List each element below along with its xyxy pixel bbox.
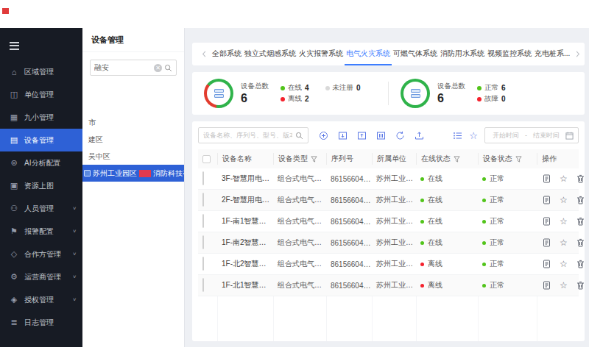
- system-tab[interactable]: 火灾报警系统: [297, 43, 345, 65]
- device-name-cell: 1F-南1智慧用电设备: [217, 216, 273, 226]
- favorite-icon[interactable]: ☆: [560, 238, 568, 248]
- add-device-icon[interactable]: [319, 131, 328, 140]
- tabs-scroll-right-icon[interactable]: [571, 50, 584, 58]
- chevron-down-icon: ∨: [72, 297, 77, 302]
- legend-label: 在线: [288, 83, 302, 93]
- tabs-scroll-left-icon[interactable]: [198, 50, 211, 58]
- system-tab[interactable]: 电气火灾系统: [345, 43, 392, 65]
- list-view-icon[interactable]: [453, 131, 462, 140]
- calendar-icon[interactable]: [565, 132, 574, 140]
- delete-icon[interactable]: [576, 260, 585, 268]
- detail-icon[interactable]: [543, 174, 551, 183]
- export-icon[interactable]: [357, 131, 367, 140]
- column-guide: [217, 296, 273, 341]
- company-icon: [84, 170, 91, 176]
- tree-search-input[interactable]: [94, 64, 152, 72]
- sidebar-item[interactable]: ◫单位管理: [0, 83, 82, 106]
- favorite-icon[interactable]: ☆: [469, 131, 478, 140]
- sidebar: ⌂区域管理◫单位管理▦九小管理▤设备管理⊚AI分析配置▣资源上图⚇人员管理∨⚑报…: [0, 28, 82, 347]
- sidebar-item[interactable]: ⌂区域管理: [0, 60, 82, 83]
- status-label: 正常: [490, 280, 504, 290]
- batch-delete-icon[interactable]: [376, 131, 386, 140]
- sidebar-item[interactable]: ▣资源上图: [0, 174, 82, 197]
- detail-icon[interactable]: [543, 260, 551, 268]
- system-tab[interactable]: 充电桩系...: [533, 43, 571, 65]
- legend-value: 2: [305, 95, 309, 103]
- tree-node[interactable]: 吴中区: [82, 148, 184, 165]
- delete-icon[interactable]: [576, 281, 585, 290]
- delete-icon[interactable]: [576, 174, 585, 183]
- detail-icon[interactable]: [543, 196, 551, 204]
- clear-icon[interactable]: ✕: [154, 64, 162, 72]
- delete-icon[interactable]: [576, 196, 585, 204]
- system-tab[interactable]: 视频监控系统: [486, 43, 533, 65]
- status-label: 正常: [490, 174, 504, 184]
- table-row: 1F-北2智慧用电设备组合式电气火灾探...861566045808...苏州工…: [198, 254, 579, 275]
- search-icon[interactable]: [295, 132, 303, 140]
- filter-funnel-icon[interactable]: [515, 156, 522, 163]
- app-window: ⌂区域管理◫单位管理▦九小管理▤设备管理⊚AI分析配置▣资源上图⚇人员管理∨⚑报…: [0, 28, 589, 347]
- person-icon: ⚇: [10, 204, 18, 213]
- detail-icon[interactable]: [543, 238, 551, 247]
- status-label: 在线: [428, 195, 442, 205]
- row-checkbox[interactable]: [202, 278, 204, 292]
- sidebar-item[interactable]: ⊚AI分析配置: [0, 151, 82, 174]
- license-icon: ◈: [10, 295, 18, 304]
- favorite-icon[interactable]: ☆: [560, 217, 568, 226]
- system-tab[interactable]: 全部系统: [211, 43, 243, 65]
- delete-icon[interactable]: [576, 217, 585, 226]
- column-label: 操作: [542, 154, 557, 164]
- tree-node-label: 苏州工业园区: [93, 165, 137, 182]
- filter-funnel-icon[interactable]: [311, 156, 317, 163]
- partner-icon: ◇: [10, 249, 18, 259]
- delete-icon[interactable]: [576, 238, 585, 247]
- favorite-icon[interactable]: ☆: [560, 260, 568, 269]
- system-tab[interactable]: 可燃气体系统: [392, 43, 439, 65]
- row-checkbox[interactable]: [202, 257, 204, 271]
- detail-icon[interactable]: [543, 281, 551, 290]
- sync-icon[interactable]: [395, 131, 405, 140]
- row-checkbox[interactable]: [202, 171, 204, 185]
- status-dot: [482, 220, 486, 224]
- system-tab[interactable]: 独立式烟感系统: [243, 43, 297, 65]
- redaction-mark: [2, 8, 9, 14]
- search-icon[interactable]: [164, 64, 172, 72]
- column-guide: [416, 296, 478, 341]
- tree-node[interactable]: 建区: [82, 131, 184, 148]
- stats-value: 6: [437, 91, 465, 105]
- device-status-cell: 正常: [478, 174, 537, 184]
- online-cell: 在线: [416, 216, 478, 226]
- device-search-input[interactable]: [203, 132, 292, 139]
- hamburger-icon[interactable]: [10, 40, 82, 51]
- sidebar-item[interactable]: ◈授权管理∨: [0, 288, 82, 311]
- sidebar-nav: ⌂区域管理◫单位管理▦九小管理▤设备管理⊚AI分析配置▣资源上图⚇人员管理∨⚑报…: [0, 60, 82, 334]
- tree-node[interactable]: 苏州工业园区消防科技有限公: [82, 165, 184, 182]
- import-icon[interactable]: [338, 131, 348, 140]
- sidebar-item[interactable]: ⚙运营商管理∨: [0, 265, 82, 288]
- unit-cell: 苏州工业园区...: [372, 280, 416, 290]
- date-range-picker[interactable]: 开始时间 - 结束时间: [484, 127, 579, 143]
- row-checkbox[interactable]: [202, 193, 204, 207]
- system-tab[interactable]: 消防用水系统: [439, 43, 486, 65]
- sidebar-item[interactable]: ▦九小管理: [0, 106, 82, 129]
- table-row: 1F-南2智慧用电设备组合式电气火灾探...861566045807...苏州工…: [198, 232, 579, 254]
- favorite-icon[interactable]: ☆: [560, 281, 568, 290]
- favorite-icon[interactable]: ☆: [560, 174, 568, 184]
- sidebar-item[interactable]: ≣日志管理: [0, 311, 82, 334]
- status-label: 正常: [490, 195, 504, 205]
- filter-funnel-icon[interactable]: [454, 156, 460, 163]
- favorite-icon[interactable]: ☆: [560, 196, 568, 205]
- sidebar-item[interactable]: ⚇人员管理∨: [0, 197, 82, 220]
- sidebar-item-label: 授权管理: [24, 295, 54, 305]
- row-checkbox[interactable]: [202, 214, 204, 228]
- sidebar-item[interactable]: ◇合作方管理∨: [0, 243, 82, 265]
- detail-icon[interactable]: [543, 217, 551, 226]
- upgrade-icon[interactable]: [415, 131, 424, 140]
- select-all-checkbox[interactable]: [202, 155, 211, 163]
- row-actions: ☆: [537, 174, 585, 184]
- sidebar-item[interactable]: ⚑报警配置∨: [0, 220, 82, 243]
- sidebar-item[interactable]: ▤设备管理: [0, 129, 82, 151]
- row-checkbox[interactable]: [202, 235, 204, 249]
- tree-node[interactable]: 市: [82, 114, 184, 131]
- ai-config-icon: ⊚: [10, 158, 18, 168]
